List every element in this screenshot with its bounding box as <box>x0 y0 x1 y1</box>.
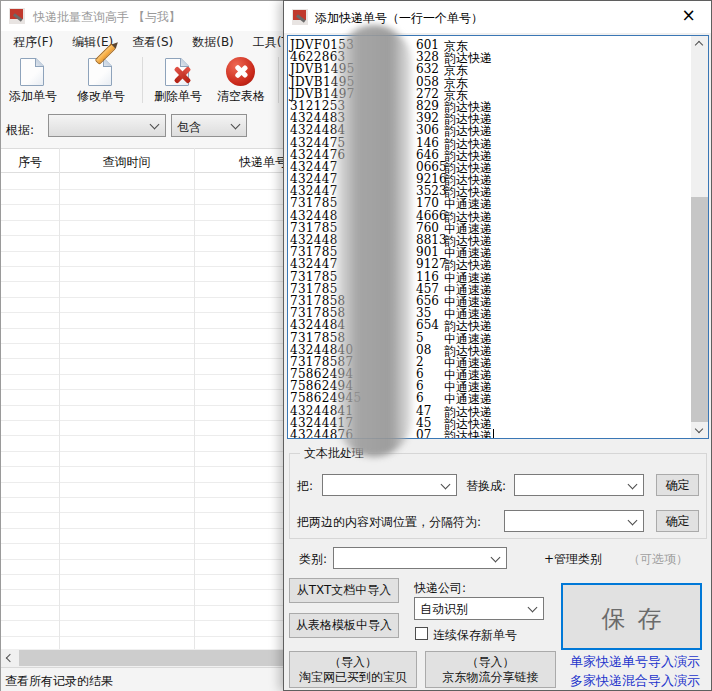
vertical-scrollbar[interactable] <box>691 36 708 438</box>
tracking-lines: JDVF0153601京东4622863328韵达快递JDVB1495632京东… <box>288 38 688 439</box>
tracking-line: JDVB1495058京东 <box>288 75 688 87</box>
clear-circle-icon <box>226 57 255 86</box>
chevron-down-icon <box>628 480 638 490</box>
column-header-time[interactable]: 查询时间 <box>59 154 194 171</box>
vertical-scroll-thumb[interactable] <box>691 197 708 422</box>
separator-combobox[interactable] <box>504 510 644 532</box>
toolbar-separator <box>142 57 143 103</box>
menu-program[interactable]: 程序(F) <box>8 32 58 53</box>
chevron-down-icon <box>231 120 241 130</box>
continuous-save-checkbox[interactable] <box>415 627 428 640</box>
import-template-button[interactable]: 从表格模板中导入 <box>289 613 399 638</box>
close-icon[interactable]: × <box>666 1 711 31</box>
tracking-line: 4324473523韵达快递 <box>288 184 688 196</box>
tracking-line: 731785872中通速递 <box>288 355 688 367</box>
single-courier-demo-link[interactable]: 单家快递单号导入演示 <box>570 653 700 671</box>
save-button[interactable]: 保存 <box>561 583 702 650</box>
mixed-courier-demo-link[interactable]: 多家快递混合导入演示 <box>570 672 700 690</box>
red-x-icon <box>172 65 192 85</box>
tracking-line: 4324484306韵达快递 <box>288 123 688 135</box>
delete-number-button[interactable]: 删除单号 <box>148 55 208 107</box>
tracking-line: 4324484147韵达快递 <box>288 404 688 416</box>
import-taobao-button[interactable]: （导入） 淘宝网已买到的宝贝 <box>289 651 417 688</box>
toolbar-separator <box>278 57 279 103</box>
tracking-line: 4324476646韵达快递 <box>288 148 688 160</box>
tracking-line: 4622863328韵达快递 <box>288 50 688 62</box>
courier-company-label: 快递公司: <box>414 580 466 597</box>
dialog-title: 添加快递单号（一行一个单号） <box>315 10 483 27</box>
optional-note: （可选项） <box>628 551 688 568</box>
chevron-down-icon <box>441 480 451 490</box>
document-new-icon <box>20 58 44 86</box>
app-logo-icon <box>292 9 308 25</box>
tracking-line: 4324483392韵达快递 <box>288 111 688 123</box>
tracking-line: 758624946中通速递 <box>288 367 688 379</box>
chevron-down-icon[interactable] <box>695 425 703 433</box>
replace-from-combobox[interactable] <box>322 474 457 496</box>
tracking-line: 4324488813韵达快递 <box>288 233 688 245</box>
clear-table-button[interactable]: 清空表格 <box>211 55 271 107</box>
app-logo-icon <box>9 8 25 24</box>
filter-field-combobox[interactable] <box>48 114 166 137</box>
courier-company-combobox[interactable]: 自动识别 <box>414 597 544 620</box>
scroll-left-button[interactable] <box>1 649 18 667</box>
tracking-line: 7317858656中通速递 <box>288 294 688 306</box>
replace-to-label: 替换成: <box>466 478 506 495</box>
tracking-line: 4324441745韵达快递 <box>288 416 688 428</box>
tracking-line: 7586249456中通速递 <box>288 391 688 403</box>
filter-label: 根据: <box>6 122 34 139</box>
tracking-line: 731785901中通速递 <box>288 245 688 257</box>
chevron-down-icon <box>491 553 501 563</box>
column-divider <box>59 148 60 649</box>
replace-from-label: 把: <box>297 478 313 495</box>
tracking-line: 4324479127韵达快递 <box>288 257 688 269</box>
tracking-line: JDVF0153601京东 <box>288 38 688 50</box>
replace-ok-button[interactable]: 确定 <box>656 474 699 496</box>
tracking-line: 4324484666韵达快递 <box>288 209 688 221</box>
chevron-down-icon <box>150 120 160 130</box>
status-text: 查看所有记录的结果 <box>5 673 113 690</box>
tracking-line: 731785760中通速递 <box>288 221 688 233</box>
tracking-line: 4324487607韵达快递 <box>288 428 688 439</box>
text-batch-groupbox: 文本批处理 把: 替换成: 确定 把两边的内容对调位置，分隔符为: 确定 <box>289 453 707 539</box>
import-txt-button[interactable]: 从TXT文档中导入 <box>289 578 399 603</box>
tracking-line: 3121253829韵达快递 <box>288 99 688 111</box>
swap-label: 把两边的内容对调位置，分隔符为: <box>297 514 481 531</box>
tracking-numbers-textarea[interactable]: JDVF0153601京东4622863328韵达快递JDVB1495632京东… <box>287 35 709 439</box>
modify-number-button[interactable]: 修改单号 <box>71 55 131 107</box>
manage-category-link[interactable]: +管理类别 <box>544 551 602 568</box>
add-number-button[interactable]: 添加单号 <box>3 55 63 107</box>
tracking-line: 731785116中通速递 <box>288 270 688 282</box>
add-numbers-dialog: 添加快递单号（一行一个单号） × JDVF0153601京东4622863328… <box>283 0 712 691</box>
tracking-line: 73178585中通速递 <box>288 331 688 343</box>
tracking-line: 758624946中通速递 <box>288 379 688 391</box>
text-caret <box>493 429 494 439</box>
menu-view[interactable]: 查看(S) <box>127 32 178 53</box>
chevron-up-icon[interactable] <box>695 41 703 49</box>
tracking-line: 4324470665韵达快递 <box>288 160 688 172</box>
chevron-down-icon <box>528 603 538 613</box>
tracking-line: JDVB1495632京东 <box>288 62 688 74</box>
tracking-line: 4324484008韵达快递 <box>288 343 688 355</box>
continuous-save-label: 连续保存新单号 <box>433 627 517 644</box>
import-jd-button[interactable]: （导入） 京东物流分享链接 <box>425 651 556 688</box>
column-header-tracking[interactable]: 快递单号 <box>194 154 287 171</box>
category-combobox[interactable] <box>333 547 507 569</box>
swap-ok-button[interactable]: 确定 <box>656 510 699 532</box>
tracking-line: 4324475146韵达快递 <box>288 136 688 148</box>
groupbox-title: 文本批处理 <box>300 445 368 462</box>
tracking-line: 731785835中通速递 <box>288 306 688 318</box>
main-window-title: 快递批量查询高手 【与我】 <box>33 9 181 26</box>
chevron-down-icon <box>628 516 638 526</box>
tracking-line: 4324484654韵达快递 <box>288 318 688 330</box>
category-label: 类别: <box>299 551 327 568</box>
filter-operator-combobox[interactable]: 包含 <box>171 114 247 137</box>
replace-to-combobox[interactable] <box>514 474 644 496</box>
tracking-line: 731785170中通速递 <box>288 196 688 208</box>
column-header-seq[interactable]: 序号 <box>1 154 59 171</box>
tracking-line: 4324479216韵达快递 <box>288 172 688 184</box>
tracking-line: 731785457中通速递 <box>288 282 688 294</box>
tracking-line: JDVB1497272京东 <box>288 87 688 99</box>
menu-data[interactable]: 数据(B) <box>187 32 239 53</box>
chevron-left-icon <box>6 653 14 661</box>
